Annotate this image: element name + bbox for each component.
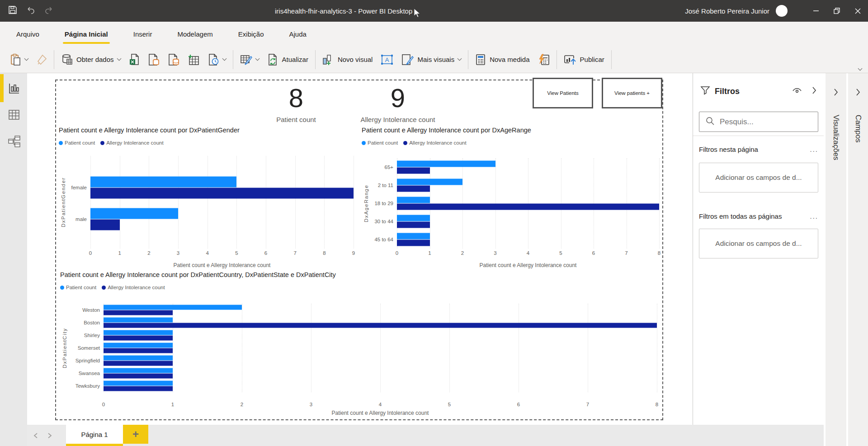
visualizations-pane-collapsed[interactable]: Visualizações [826, 73, 846, 446]
recent-sources-button[interactable] [203, 49, 230, 70]
undo-icon[interactable] [26, 6, 35, 16]
publish-button[interactable]: Publicar [560, 49, 609, 70]
category-label: Swansea [69, 367, 104, 380]
sql-server-button[interactable] [164, 49, 184, 70]
dataset-hub-button[interactable] [144, 49, 164, 70]
page-tab[interactable]: Página 1 [66, 425, 123, 446]
filter-search-box[interactable] [699, 112, 818, 132]
refresh-button[interactable]: Atualizar [263, 49, 312, 70]
tab-arquivo[interactable]: Arquivo [10, 22, 46, 46]
bar-45-to-64[interactable] [397, 240, 430, 246]
legend-item[interactable]: Patient count [59, 140, 95, 146]
enter-data-button[interactable] [184, 49, 203, 70]
legend-item[interactable]: Allergy Intolerance count [100, 140, 164, 146]
new-measure-button[interactable]: Nova medida [471, 49, 533, 70]
previous-page-arrow[interactable] [31, 425, 40, 446]
more-options-icon[interactable]: ... [810, 212, 818, 220]
collapse-panel-icon[interactable] [812, 87, 816, 96]
fields-pane-collapsed[interactable]: Campos [848, 73, 868, 446]
add-page-button[interactable]: + [123, 425, 148, 444]
more-options-icon[interactable]: ... [810, 146, 818, 153]
new-visual-button[interactable]: Novo visual [318, 49, 377, 70]
bar-65+[interactable] [397, 168, 430, 174]
bar-weston[interactable] [104, 310, 173, 315]
card-label: Allergy Intolerance count [335, 116, 461, 123]
window-title: iris4health-fhir-analytics-3 - Power BI … [275, 0, 412, 22]
transform-data-button[interactable] [236, 49, 263, 70]
page-filters-dropzone[interactable]: Adicionar os campos de d... [699, 163, 818, 192]
card-allergy-count[interactable]: 9 Allergy Intolerance count [335, 83, 461, 123]
get-data-button[interactable]: Obter dados [57, 49, 125, 70]
more-visuals-button[interactable]: Mais visuais [397, 49, 465, 70]
tab-ajuda[interactable]: Ajuda [283, 22, 313, 46]
bar-male[interactable] [90, 208, 178, 219]
category-axis: 65+2 to 1118 to 2930 to 4445 to 64 [371, 158, 397, 249]
bar-30-to-44[interactable] [397, 215, 430, 221]
bar-female[interactable] [90, 177, 236, 188]
quick-measure-button[interactable] [534, 49, 554, 70]
report-view-button[interactable] [8, 82, 20, 95]
bar-male[interactable] [90, 220, 120, 230]
expand-pane-icon[interactable] [856, 89, 860, 98]
expand-pane-icon[interactable] [834, 89, 838, 98]
bar-somerset[interactable] [104, 343, 173, 348]
tab-exibicao[interactable]: Exibição [232, 22, 270, 46]
search-input[interactable] [720, 117, 797, 127]
collapse-ribbon-icon[interactable] [858, 66, 863, 71]
bar-tewksbury[interactable] [104, 381, 173, 386]
excel-workbook-button[interactable] [125, 49, 144, 70]
view-patients-button[interactable]: View Patients [533, 78, 593, 108]
refresh-icon [267, 54, 278, 66]
bar-2-to-11[interactable] [397, 179, 462, 185]
tab-inserir[interactable]: Inserir [127, 22, 159, 46]
bar-18-to-29[interactable] [397, 204, 659, 210]
bar-swansea[interactable] [104, 374, 173, 379]
bar-2-to-11[interactable] [397, 186, 430, 192]
bar-springfield[interactable] [104, 361, 173, 366]
bar-springfield[interactable] [104, 356, 173, 361]
restore-button[interactable] [826, 0, 847, 22]
model-view-button[interactable] [8, 135, 20, 147]
bar-boston[interactable] [104, 323, 657, 328]
chart-gender[interactable]: Patient count e Allergy Intolerance coun… [48, 127, 365, 276]
bar-female[interactable] [90, 188, 354, 199]
minimize-button[interactable] [806, 0, 826, 22]
eye-icon[interactable] [792, 87, 802, 96]
tab-pagina-inicial[interactable]: Página Inicial [58, 22, 114, 46]
next-page-arrow[interactable] [45, 425, 54, 446]
bar-shirley[interactable] [104, 330, 173, 335]
tab-modelagem[interactable]: Modelagem [171, 22, 219, 46]
chart-city[interactable]: Patient count e Allergy Intolerance coun… [50, 271, 665, 420]
close-button[interactable] [847, 0, 868, 22]
enter-data-icon [188, 54, 199, 66]
legend-item[interactable]: Allergy Intolerance count [102, 285, 165, 290]
bar-swansea[interactable] [104, 368, 173, 373]
data-view-icon [8, 108, 20, 121]
user-name[interactable]: José Roberto Pereira Junior [685, 7, 769, 15]
redo-icon[interactable] [44, 6, 53, 16]
text-box-button[interactable]: A [377, 49, 397, 70]
legend-item[interactable]: Patient count [362, 140, 398, 146]
toolbar-separator [233, 50, 233, 69]
paste-button[interactable] [6, 49, 32, 70]
bar-45-to-64[interactable] [397, 233, 430, 239]
legend-item[interactable]: Patient count [60, 285, 96, 290]
chart-age-range[interactable]: Patient count e Allergy Intolerance coun… [357, 127, 665, 276]
card-patient-count[interactable]: 8 Patient count [253, 83, 339, 123]
save-icon[interactable] [8, 5, 17, 16]
bar-65+[interactable] [397, 161, 495, 167]
bar-30-to-44[interactable] [397, 222, 430, 228]
bar-boston[interactable] [104, 318, 173, 323]
bar-18-to-29[interactable] [397, 197, 430, 203]
format-painter-button[interactable] [32, 49, 51, 70]
bar-shirley[interactable] [104, 336, 173, 341]
bar-somerset[interactable] [104, 348, 173, 353]
bar-tewksbury[interactable] [104, 386, 173, 391]
bar-weston[interactable] [104, 305, 242, 310]
all-pages-filters-dropzone[interactable]: Adicionar os campos de d... [699, 229, 818, 258]
legend-item[interactable]: Allergy Intolerance count [403, 140, 467, 146]
report-canvas[interactable]: 8 Patient count 9 Allergy Intolerance co… [27, 73, 693, 446]
view-patients-plus-button[interactable]: View patients + [602, 78, 662, 108]
data-view-button[interactable] [8, 108, 20, 121]
avatar[interactable] [776, 5, 788, 17]
